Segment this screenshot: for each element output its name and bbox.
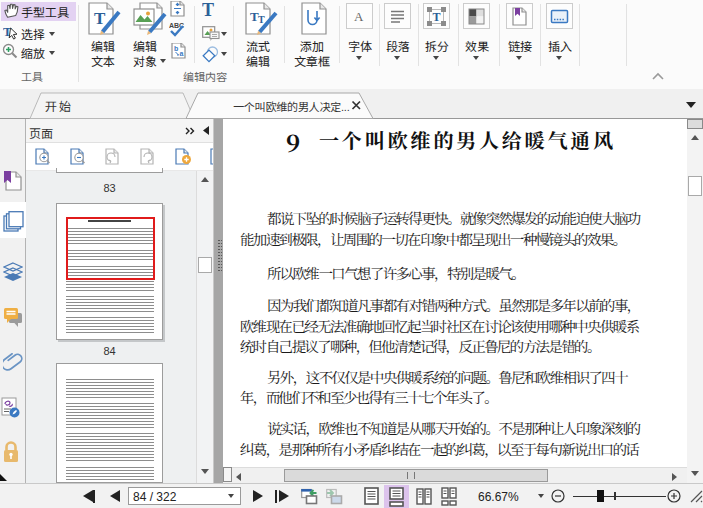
svg-text:T: T: [94, 4, 106, 29]
svg-text:A: A: [354, 6, 364, 25]
svg-text:b: b: [174, 45, 178, 52]
svg-text:T: T: [433, 7, 441, 24]
svg-text:T: T: [258, 11, 265, 26]
svg-text:a: a: [180, 50, 184, 57]
svg-text:T: T: [202, 1, 214, 17]
